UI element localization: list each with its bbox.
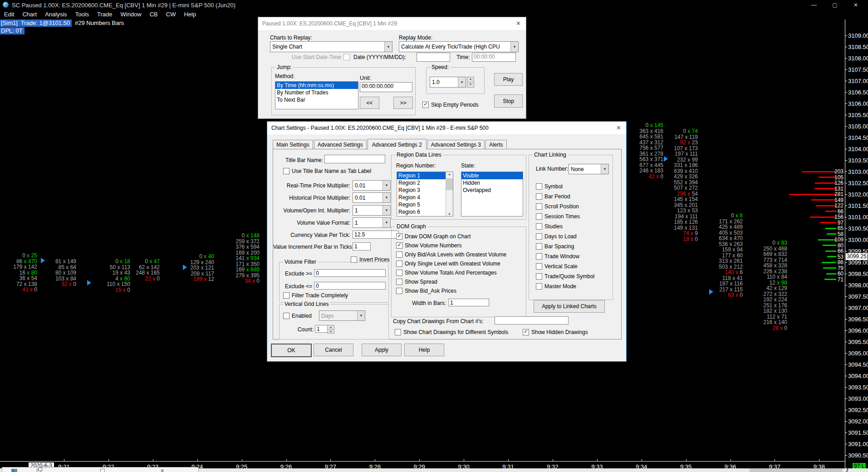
- maximize-button[interactable]: ▢: [824, 0, 845, 10]
- value-inc-input[interactable]: 1: [353, 242, 371, 251]
- checkbox-days-to-load[interactable]: Days to Load: [536, 233, 594, 240]
- help-button[interactable]: Help: [404, 344, 444, 356]
- checkbox-trade-quote-symbol[interactable]: Trade/Quote Symbol: [536, 273, 594, 280]
- list-item-hidden[interactable]: Hidden: [461, 179, 523, 187]
- list-item-overlapped[interactable]: Overlapped: [461, 187, 523, 194]
- tab-advanced-settings[interactable]: Advanced Settings: [314, 140, 367, 149]
- exclude-ge-input[interactable]: 0: [314, 269, 386, 277]
- menu-item-trade[interactable]: Trade: [93, 10, 116, 19]
- hist-mult-select[interactable]: 0.01▼: [353, 192, 391, 203]
- maximize-icon[interactable]: [100, 469, 105, 472]
- copy-drawings-input[interactable]: [495, 316, 569, 324]
- speed-spinner[interactable]: [467, 77, 474, 88]
- checkbox-bar-spacing[interactable]: Bar Spacing: [536, 243, 594, 250]
- close-icon[interactable]: ✕: [160, 468, 164, 472]
- list-item-region-6[interactable]: Region 6: [397, 208, 453, 216]
- jump-method-listbox[interactable]: By Time (hh:mm:ss.ms)By Number of Trades…: [275, 81, 358, 109]
- state-listbox[interactable]: VisibleHiddenOverlapped: [461, 172, 523, 216]
- list-item-region-4[interactable]: Region 4: [397, 194, 453, 201]
- cancel-button[interactable]: Cancel: [314, 344, 353, 356]
- list-item-to-next-bar[interactable]: To Next Bar: [275, 96, 358, 103]
- checkbox-scroll-position[interactable]: Scroll Position: [536, 203, 594, 210]
- stop-button[interactable]: Stop: [494, 94, 523, 108]
- menu-item-cb[interactable]: CB: [146, 10, 162, 19]
- checkbox-draw-dom-graph-on-chart[interactable]: Draw DOM Graph on Chart: [396, 233, 506, 240]
- checkbox-filter-trade-completely[interactable]: Filter Trade Completely: [283, 292, 348, 299]
- checkbox-studies[interactable]: Studies: [536, 223, 594, 230]
- close-button[interactable]: ✕: [845, 0, 866, 10]
- list-item-region-1[interactable]: Region 1: [397, 172, 453, 179]
- time-input[interactable]: 00:00:00: [472, 53, 516, 62]
- apply-button[interactable]: Apply: [362, 344, 402, 356]
- checkbox-show-spread[interactable]: Show Spread: [396, 279, 506, 285]
- checkbox-show-chart-drawings-for-different-symbols[interactable]: Show Chart Drawings for Different Symbol…: [395, 329, 508, 335]
- tab-advanced-settings-3[interactable]: Advanced Settings 3: [427, 140, 485, 149]
- currency-label: Currency Value Per Tick:: [273, 232, 350, 238]
- menu-item-analysis[interactable]: Analysis: [41, 10, 71, 19]
- menu-item-help[interactable]: Help: [180, 10, 200, 19]
- minimize-button[interactable]: —: [804, 0, 824, 10]
- list-item-region-5[interactable]: Region 5: [397, 201, 453, 208]
- checkbox-invert-prices[interactable]: Invert Prices: [351, 256, 390, 263]
- checkbox-show-bid-ask-prices[interactable]: Show Bid_Ask Prices: [396, 288, 506, 294]
- list-item-by-time-hh-mm-ss-ms[interactable]: By Time (hh:mm:ss.ms): [275, 82, 358, 89]
- date-input[interactable]: [417, 53, 450, 62]
- menu-item-edit[interactable]: Edit: [0, 10, 18, 19]
- checkbox-show-hidden-drawings[interactable]: Show Hidden Drawings: [523, 329, 588, 335]
- checkbox-use-title-bar-name-as-tab-label[interactable]: Use Title Bar Name as Tab Label: [283, 168, 371, 174]
- scrollbar-thumb[interactable]: [446, 178, 453, 190]
- list-item-region-7[interactable]: Region 7: [397, 216, 453, 216]
- jump-forward-button[interactable]: >>: [393, 97, 413, 109]
- play-button[interactable]: Play: [494, 73, 523, 86]
- tab-main-settings[interactable]: Main Settings: [273, 140, 313, 149]
- listbox-scrollbar[interactable]: [446, 172, 453, 216]
- region-number-listbox[interactable]: Region 1Region 2Region 3Region 4Region 5…: [397, 172, 453, 216]
- replay-mode-select[interactable]: Calculate At Every Tick/Trade (High CPU▼: [399, 41, 519, 52]
- checkbox-vertical-scale[interactable]: Vertical Scale: [536, 263, 594, 270]
- title-bar-name-input[interactable]: [324, 155, 385, 163]
- checkbox-only-single-level-with-greatest-volume[interactable]: Only Single Level with Greatest Volume: [396, 261, 506, 267]
- list-item-region-3[interactable]: Region 3: [397, 187, 453, 194]
- unit-input[interactable]: 00:00:00.000: [360, 82, 412, 92]
- menu-item-chart[interactable]: Chart: [18, 10, 41, 19]
- checkbox-use-start-date-time[interactable]: Use Start Date-Time: [292, 54, 350, 60]
- voi-mult-select[interactable]: 1▼: [353, 205, 391, 216]
- tab-alerts[interactable]: Alerts: [485, 140, 507, 149]
- speed-select[interactable]: 1.0▼: [430, 77, 466, 88]
- count-spinner[interactable]: [327, 325, 334, 334]
- checkbox-skip-empty-periods[interactable]: Skip Empty Periods: [422, 102, 479, 108]
- mini-window[interactable]: ✕: [2, 467, 199, 472]
- grid-period-select[interactable]: Days▼: [319, 310, 365, 321]
- checkbox-bar-period[interactable]: Bar Period: [536, 193, 594, 200]
- checkbox-only-bid-ask-levels-with-greatest-volume[interactable]: Only Bid/Ask Levels with Greatest Volume: [396, 251, 506, 258]
- trade-status-line: [Sim1] Trade: 1@3101.50#29 Numbers Bars: [0, 20, 124, 27]
- list-item-region-2[interactable]: Region 2: [397, 179, 453, 187]
- scrollbar-thumb[interactable]: [750, 468, 843, 472]
- ok-button[interactable]: OK: [271, 344, 312, 357]
- list-item-visible[interactable]: Visible: [461, 172, 523, 179]
- width-in-bars-input[interactable]: 1: [448, 299, 489, 306]
- checkbox-symbol[interactable]: Symbol: [536, 183, 594, 190]
- checkbox-show-volume-totals-and-percentages[interactable]: Show Volume Totals And Percentages: [396, 270, 506, 276]
- checkbox-session-times[interactable]: Session Times: [536, 213, 594, 220]
- charts-to-replay-select[interactable]: Single Chart▼: [270, 41, 392, 52]
- tab-advanced-settings-2[interactable]: Advanced Settings 2: [368, 139, 427, 149]
- link-number-select[interactable]: None▼: [569, 164, 609, 174]
- menu-item-tools[interactable]: Tools: [71, 10, 93, 19]
- menu-item-cw[interactable]: CW: [162, 10, 180, 19]
- restore-icon[interactable]: [37, 469, 41, 472]
- checkbox-master-mode[interactable]: Master Mode: [536, 283, 594, 290]
- checkbox-show-volume-numbers[interactable]: Show Volume Numbers: [396, 242, 506, 249]
- list-item-by-number-of-trades[interactable]: By Number of Trades: [275, 89, 358, 96]
- jump-back-button[interactable]: <<: [360, 97, 379, 109]
- replay-close-icon[interactable]: ✕: [516, 20, 521, 27]
- vol-fmt-select[interactable]: 1▼: [353, 217, 391, 228]
- rt-mult-select[interactable]: 0.01▼: [353, 180, 391, 191]
- menu-item-window[interactable]: Window: [116, 10, 145, 19]
- apply-to-linked-charts-button[interactable]: Apply to Linked Charts: [534, 300, 605, 313]
- settings-close-icon[interactable]: ✕: [616, 124, 621, 131]
- checkbox-enabled[interactable]: Enabled: [283, 313, 312, 319]
- scrollbar-right-arrow-icon[interactable]: ❯: [845, 467, 849, 472]
- checkbox-trade-window[interactable]: Trade Window: [536, 253, 594, 260]
- exclude-le-input[interactable]: 0: [314, 282, 386, 290]
